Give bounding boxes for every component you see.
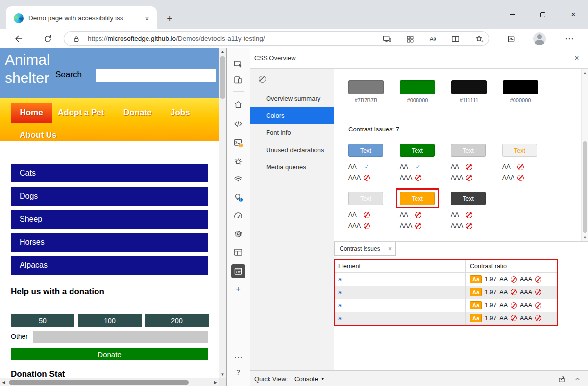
animal-button-sheep[interactable]: Sheep xyxy=(11,210,208,229)
contrast-sample-swatch[interactable]: Text xyxy=(348,144,383,157)
scroll-up-button[interactable]: ▲ xyxy=(219,48,226,55)
amount-button-200[interactable]: 200 xyxy=(145,314,209,327)
scroll-right-button[interactable]: ▶ xyxy=(212,378,219,386)
window-close-button[interactable]: × xyxy=(566,8,581,22)
animal-button-horses[interactable]: Horses xyxy=(11,233,208,252)
more-tools-button[interactable]: ⋯ xyxy=(232,351,244,363)
table-row[interactable]: a Aa 1.97 AA AAA xyxy=(335,273,557,286)
inspect-tool-button[interactable] xyxy=(232,58,244,70)
animal-button-alpacas[interactable]: Alpacas xyxy=(11,256,208,275)
element-link[interactable]: a xyxy=(338,289,342,296)
url-scheme: https:// xyxy=(88,35,108,42)
aaa-status-icon xyxy=(466,223,472,229)
table-row[interactable]: a Aa 1.97 AA AAA xyxy=(335,286,557,299)
page-vertical-scrollbar[interactable]: ▲ ▼ xyxy=(219,48,226,378)
add-favorite-button[interactable] xyxy=(474,34,485,44)
quick-view-dropdown[interactable]: Console ▼ xyxy=(294,375,325,383)
animal-button-cats[interactable]: Cats xyxy=(11,164,208,182)
table-row[interactable]: a Aa 1.97 AA AAA xyxy=(335,299,557,312)
apps-grid-button[interactable] xyxy=(405,34,416,44)
device-emulation-button[interactable] xyxy=(232,74,244,86)
amount-button-50[interactable]: 50 xyxy=(11,314,74,327)
sidebar-item-font-info[interactable]: Font info xyxy=(250,124,334,141)
help-button[interactable]: ? xyxy=(232,366,244,378)
element-link[interactable]: a xyxy=(338,302,342,309)
sidebar-item-colors[interactable]: Colors xyxy=(250,107,334,124)
contrast-sample-swatch[interactable]: Text xyxy=(348,192,383,205)
scroll-down-button[interactable]: ▼ xyxy=(582,234,588,241)
network-tab-button[interactable] xyxy=(232,173,244,185)
horizontal-scroll-thumb[interactable] xyxy=(9,380,189,385)
color-swatch[interactable] xyxy=(451,80,487,94)
read-aloud-button[interactable]: A xyxy=(427,34,438,44)
amount-button-100[interactable]: 100 xyxy=(78,314,142,327)
contrast-sample-swatch[interactable]: Text xyxy=(451,192,486,205)
sidebar-item-unused-declarations[interactable]: Unused declarations xyxy=(250,141,334,158)
element-link[interactable]: a xyxy=(338,315,342,322)
nav-item-about-us[interactable]: About Us xyxy=(20,126,57,145)
site-security-lock-icon[interactable] xyxy=(73,35,80,43)
debugger-tab-button[interactable] xyxy=(232,155,244,167)
new-tab-button[interactable]: + xyxy=(164,13,175,25)
col-header-element[interactable]: Element xyxy=(335,260,466,272)
drawer-tab-close-icon[interactable]: × xyxy=(388,245,392,252)
search-input[interactable] xyxy=(96,69,216,82)
split-screen-button[interactable] xyxy=(450,34,461,44)
refresh-button[interactable] xyxy=(41,32,54,45)
address-bar[interactable]: https://microsoftedge.github.io/Demos/de… xyxy=(64,31,489,46)
color-swatch[interactable] xyxy=(503,80,538,94)
performance-tab-button[interactable] xyxy=(232,209,244,221)
vertical-scroll-thumb[interactable] xyxy=(220,56,225,99)
scroll-left-button[interactable]: ◀ xyxy=(0,378,7,386)
profile-button[interactable] xyxy=(533,32,546,45)
welcome-tab-button[interactable] xyxy=(232,99,244,110)
minimize-button[interactable] xyxy=(505,8,520,22)
scroll-down-button[interactable]: ▼ xyxy=(219,371,226,378)
aaa-label: AAA xyxy=(348,222,364,229)
memory-tab-button[interactable] xyxy=(232,228,244,240)
drawer-tab-contrast-issues[interactable]: Contrast issues × xyxy=(334,242,396,256)
css-overview-tab-button[interactable] xyxy=(231,264,245,278)
nav-item-donate[interactable]: Donate xyxy=(123,103,152,123)
sidebar-item-overview-summary[interactable]: Overview summary xyxy=(250,90,334,107)
nav-item-home[interactable]: Home xyxy=(11,103,52,123)
color-swatch[interactable] xyxy=(400,80,435,94)
animal-button-dogs[interactable]: Dogs xyxy=(11,187,208,206)
collapse-quickview-button[interactable] xyxy=(571,373,583,384)
sidebar-item-media-queries[interactable]: Media queries xyxy=(250,158,334,176)
aa-label: AA xyxy=(451,163,466,170)
browser-tab[interactable]: Demo page with accessibility iss × xyxy=(6,6,157,29)
aaa-label: AAA xyxy=(400,222,415,229)
page-horizontal-scrollbar[interactable]: ◀ ▶ xyxy=(0,378,219,386)
back-button[interactable] xyxy=(12,32,25,45)
url-text[interactable]: https://microsoftedge.github.io/Demos/de… xyxy=(88,35,265,42)
color-swatch[interactable] xyxy=(348,80,384,94)
contrast-issues-heading: Contrast issues: 7 xyxy=(348,126,399,133)
expand-quickview-button[interactable] xyxy=(556,373,567,384)
contrast-sample-swatch[interactable]: Text xyxy=(400,144,435,157)
elements-tab-button[interactable] xyxy=(232,118,244,129)
contrast-sample-swatch[interactable]: Text xyxy=(502,144,537,157)
devices-button[interactable] xyxy=(381,34,392,44)
add-tools-button[interactable]: + xyxy=(232,283,244,295)
panel-close-button[interactable]: × xyxy=(571,53,582,64)
issues-tab-button[interactable] xyxy=(232,191,244,203)
contrast-sample-swatch[interactable]: Text xyxy=(451,144,486,157)
nav-item-jobs[interactable]: Jobs xyxy=(171,103,190,123)
table-row[interactable]: a Aa 1.97 AA AAA xyxy=(335,312,557,325)
col-header-contrast-ratio[interactable]: Contrast ratio xyxy=(466,260,557,272)
donate-button[interactable]: Donate xyxy=(11,348,208,360)
clear-overview-button[interactable] xyxy=(256,73,268,85)
maximize-button[interactable] xyxy=(536,8,550,22)
nav-item-adopt-a-pet[interactable]: Adopt a Pet xyxy=(58,103,104,123)
settings-menu-button[interactable]: ⋯ xyxy=(563,32,576,45)
browser-essentials-button[interactable] xyxy=(504,32,518,45)
overview-scrollbar[interactable]: ▲ ▼ xyxy=(581,69,588,241)
other-amount-input[interactable] xyxy=(33,331,208,343)
element-link[interactable]: a xyxy=(338,276,342,283)
application-tab-button[interactable] xyxy=(232,246,244,258)
overview-scroll-thumb[interactable] xyxy=(583,141,587,233)
scroll-up-button[interactable]: ▲ xyxy=(582,69,588,76)
tab-close-icon[interactable]: × xyxy=(142,13,152,23)
console-tab-button[interactable] xyxy=(232,137,244,149)
